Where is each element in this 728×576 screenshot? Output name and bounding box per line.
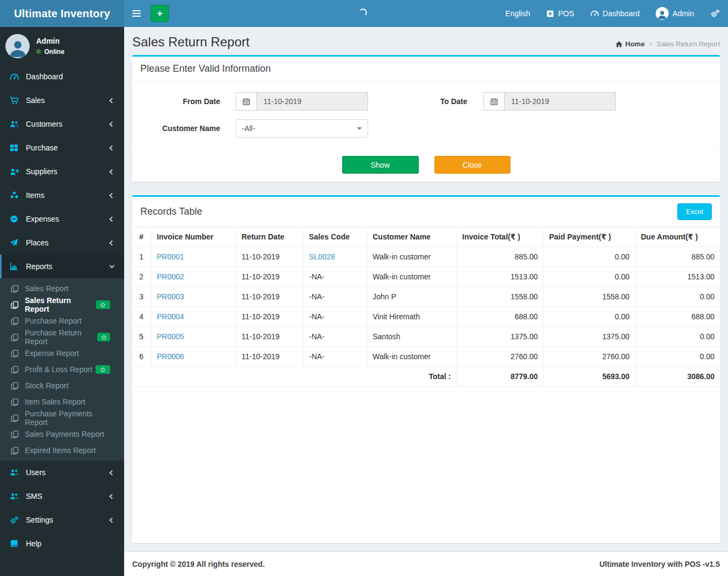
brand-logo[interactable]: Ultimate Inventory [0, 0, 124, 27]
pos-link[interactable]: POS [538, 0, 582, 27]
submenu-item-purchase-return-report[interactable]: Purchase Return Report [0, 329, 124, 345]
excel-export-button[interactable]: Excel [677, 203, 712, 220]
submenu-item-expense-report[interactable]: Expense Report [0, 345, 124, 361]
table-row: 6 PR0006 11-10-2019 -NA- Walk-in custome… [132, 347, 720, 367]
user-menu[interactable]: Admin [648, 0, 702, 27]
user-plus-icon [10, 167, 21, 176]
page-footer: Copyright © 2019 All rights reserved. Ul… [124, 551, 728, 576]
close-button[interactable]: Close [434, 156, 511, 174]
cart-icon [10, 96, 21, 105]
sidebar-item-label: Reports [26, 262, 52, 271]
files-icon [11, 349, 21, 358]
sidebar-item-places[interactable]: Places [0, 231, 124, 255]
col-header-paid-payment: Paid Payment(₹ ) [543, 227, 635, 247]
breadcrumb-home-link[interactable]: Home [615, 40, 645, 48]
chevron-left-icon [110, 493, 115, 499]
sidebar-item-users[interactable]: Users [0, 461, 124, 484]
customer-select[interactable]: -All- [236, 119, 368, 138]
col-header-return-date: Return Date [236, 227, 303, 247]
calendar-icon[interactable] [236, 92, 256, 111]
sidebar-item-sales[interactable]: Sales [0, 88, 124, 112]
invoice-link[interactable]: PR0001 [157, 252, 185, 261]
table-row: 4 PR0004 11-10-2019 -NA- Vinit Hiremath … [132, 307, 720, 327]
from-date-group [236, 92, 368, 111]
chevron-left-icon [110, 121, 115, 127]
sidebar-item-label: Users [26, 468, 46, 477]
sidebar-item-expenses[interactable]: Expenses [0, 207, 124, 231]
quick-add-button[interactable]: + [151, 5, 169, 22]
content-area: Sales Return Report Home > Sales Return … [124, 27, 728, 551]
col-header-sales-code: Sales Code [303, 227, 367, 247]
sidebar-item-label: Settings [26, 516, 53, 524]
submenu-item-sales-report[interactable]: Sales Report [0, 280, 124, 297]
invoice-link[interactable]: PR0006 [157, 352, 185, 361]
navbar: + English POS Dashboard Ad [124, 0, 728, 27]
pos-label: POS [558, 9, 574, 18]
navbar-right: English POS Dashboard Admin [497, 0, 728, 27]
sidebar: Admin Online Dashboard Sales [0, 27, 124, 576]
submenu-item-expired-items-report[interactable]: Expired Items Report [0, 442, 124, 458]
invoice-link[interactable]: PR0003 [157, 292, 185, 301]
user-name: Admin [36, 37, 64, 45]
sidebar-item-customers[interactable]: Customers [0, 112, 124, 136]
sidebar-item-items[interactable]: Items [0, 183, 124, 207]
sidebar-item-label: Suppliers [26, 167, 57, 176]
to-date-input[interactable] [504, 92, 616, 111]
table-row: 2 PR0002 11-10-2019 -NA- Walk-in custome… [132, 267, 720, 287]
table-row: 1 PR0001 11-10-2019 SL0028 Walk-in custo… [132, 247, 720, 267]
submenu-item-profit-loss-report[interactable]: Profit & Loss Report [0, 361, 124, 378]
show-button[interactable]: Show [342, 156, 419, 174]
sidebar-item-label: Items [26, 191, 44, 200]
sidebar-item-dashboard[interactable]: Dashboard [0, 65, 124, 88]
language-menu[interactable]: English [497, 0, 538, 27]
total-due: 3086.00 [635, 367, 720, 387]
gears-icon [10, 516, 21, 525]
avatar [5, 34, 30, 58]
dashboard-link[interactable]: Dashboard [582, 0, 648, 27]
table-header-row: # Invoice Number Return Date Sales Code … [132, 227, 720, 247]
cubes-icon [10, 191, 21, 200]
col-header-due-amount: Due Amount(₹ ) [635, 227, 720, 247]
sidebar-item-reports[interactable]: Reports [0, 255, 124, 278]
book-icon [10, 539, 21, 548]
submenu-item-item-sales-report[interactable]: Item Sales Report [0, 394, 124, 410]
total-invoice: 8779.00 [457, 367, 543, 387]
loading-spinner-icon [359, 9, 367, 17]
submenu-item-purchase-payments-report[interactable]: Purchase Payments Report [0, 410, 124, 426]
calendar-icon[interactable] [484, 92, 504, 111]
from-date-label: From Date [132, 97, 220, 106]
sidebar-item-help[interactable]: Help [0, 532, 124, 556]
invoice-link[interactable]: PR0004 [157, 312, 185, 321]
col-header-invoice-total: Invoice Total(₹ ) [457, 227, 543, 247]
total-label: Total : [132, 367, 457, 387]
invoice-link[interactable]: PR0002 [157, 272, 185, 281]
files-icon [11, 430, 21, 438]
files-icon [11, 317, 21, 325]
online-label: Online [44, 48, 64, 56]
sidebar-item-label: Places [26, 238, 49, 247]
sidebar-item-suppliers[interactable]: Suppliers [0, 160, 124, 183]
chevron-left-icon [110, 193, 115, 198]
chevron-left-icon [110, 216, 115, 222]
users-icon [10, 492, 21, 501]
from-date-input[interactable] [256, 92, 368, 111]
records-table-title: Records Table [140, 206, 202, 217]
submenu-item-sales-return-report[interactable]: Sales Return Report [0, 297, 124, 313]
files-icon [11, 285, 21, 293]
version-text: Ultimate Inventory with POS -v1.5 [600, 560, 720, 568]
users-icon [10, 468, 21, 477]
settings-menu[interactable] [702, 0, 728, 27]
tachometer-icon [10, 72, 21, 81]
submenu-item-stock-report[interactable]: Stock Report [0, 378, 124, 394]
to-date-label: To Date [368, 97, 467, 106]
sidebar-item-purchase[interactable]: Purchase [0, 136, 124, 160]
sidebar-toggle-button[interactable] [124, 0, 148, 27]
submenu-item-sales-payments-report[interactable]: Sales Payments Report [0, 426, 124, 442]
sidebar-item-settings[interactable]: Settings [0, 508, 124, 532]
sidebar-item-sms[interactable]: SMS [0, 484, 124, 508]
files-icon [11, 414, 21, 422]
invoice-link[interactable]: PR0005 [157, 332, 185, 341]
customer-select-value: -All- [242, 124, 255, 133]
submenu-item-purchase-report[interactable]: Purchase Report [0, 313, 124, 329]
sales-code-link[interactable]: SL0028 [309, 252, 335, 261]
